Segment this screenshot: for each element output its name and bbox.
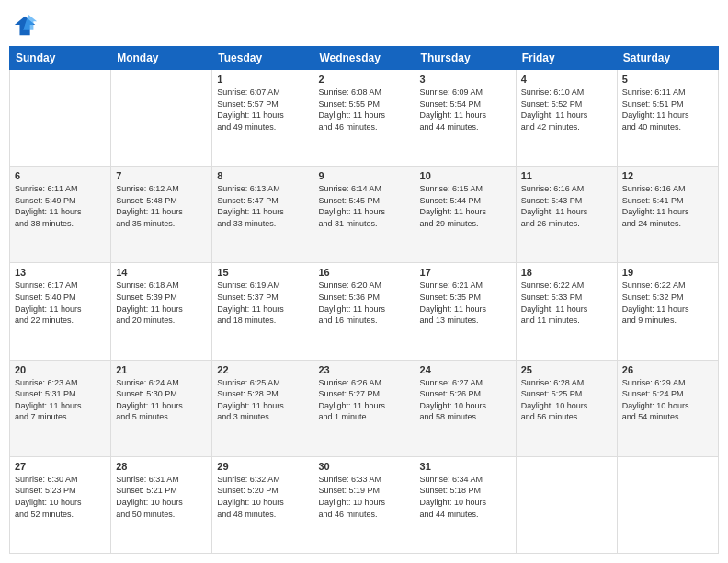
cell-line: and 1 minute. <box>318 411 409 423</box>
calendar-cell: 23Sunrise: 6:26 AMSunset: 5:27 PMDayligh… <box>313 360 415 456</box>
weekday-header-cell: Friday <box>516 47 617 70</box>
cell-line: Sunset: 5:19 PM <box>318 485 409 497</box>
cell-line: and 5 minutes. <box>116 411 207 423</box>
cell-line: and 31 minutes. <box>318 218 409 230</box>
cell-line: Daylight: 10 hours <box>318 497 409 509</box>
cell-content: Sunrise: 6:32 AMSunset: 5:20 PMDaylight:… <box>217 474 308 520</box>
calendar-cell: 21Sunrise: 6:24 AMSunset: 5:30 PMDayligh… <box>111 360 212 456</box>
cell-content: Sunrise: 6:24 AMSunset: 5:30 PMDaylight:… <box>116 377 207 423</box>
calendar-cell: 1Sunrise: 6:07 AMSunset: 5:57 PMDaylight… <box>212 70 313 167</box>
cell-content: Sunrise: 6:15 AMSunset: 5:44 PMDaylight:… <box>420 183 511 229</box>
calendar-cell: 5Sunrise: 6:11 AMSunset: 5:51 PMDaylight… <box>617 70 718 167</box>
calendar-week-row: 6Sunrise: 6:11 AMSunset: 5:49 PMDaylight… <box>10 167 719 263</box>
cell-line: Sunset: 5:23 PM <box>15 485 106 497</box>
cell-line: Daylight: 11 hours <box>420 206 511 218</box>
cell-line: Sunrise: 6:16 AM <box>521 183 612 195</box>
calendar-cell: 9Sunrise: 6:14 AMSunset: 5:45 PMDaylight… <box>313 167 415 263</box>
cell-line: Sunrise: 6:07 AM <box>217 86 308 98</box>
cell-line: Sunset: 5:40 PM <box>15 292 106 304</box>
calendar-cell: 17Sunrise: 6:21 AMSunset: 5:35 PMDayligh… <box>415 263 516 360</box>
cell-line: and 33 minutes. <box>217 218 308 230</box>
cell-content: Sunrise: 6:28 AMSunset: 5:25 PMDaylight:… <box>521 377 612 423</box>
day-number: 22 <box>217 364 308 375</box>
cell-line: Daylight: 10 hours <box>521 400 612 412</box>
calendar-cell <box>516 456 617 553</box>
day-number: 20 <box>15 364 106 375</box>
cell-line: Daylight: 11 hours <box>116 400 207 412</box>
day-number: 14 <box>116 267 207 278</box>
day-number: 1 <box>217 74 308 85</box>
cell-line: and 46 minutes. <box>318 509 409 521</box>
cell-line: Sunset: 5:27 PM <box>318 388 409 400</box>
calendar-cell: 20Sunrise: 6:23 AMSunset: 5:31 PMDayligh… <box>10 360 111 456</box>
weekday-header-cell: Wednesday <box>313 47 415 70</box>
cell-line: Sunrise: 6:15 AM <box>420 183 511 195</box>
cell-line: Sunset: 5:20 PM <box>217 485 308 497</box>
day-number: 30 <box>318 461 409 472</box>
cell-line: Sunrise: 6:11 AM <box>622 86 713 98</box>
cell-line: Sunrise: 6:21 AM <box>420 280 511 292</box>
cell-line: and 24 minutes. <box>622 218 713 230</box>
calendar-body: 1Sunrise: 6:07 AMSunset: 5:57 PMDaylight… <box>10 70 719 554</box>
cell-content: Sunrise: 6:30 AMSunset: 5:23 PMDaylight:… <box>15 474 106 520</box>
cell-line: and 7 minutes. <box>15 411 106 423</box>
cell-line: Daylight: 10 hours <box>420 400 511 412</box>
day-number: 3 <box>420 74 511 85</box>
cell-line: Sunrise: 6:22 AM <box>622 280 713 292</box>
cell-line: Sunrise: 6:14 AM <box>318 183 409 195</box>
cell-line: Daylight: 10 hours <box>622 400 713 412</box>
calendar-cell: 29Sunrise: 6:32 AMSunset: 5:20 PMDayligh… <box>212 456 313 553</box>
cell-content: Sunrise: 6:19 AMSunset: 5:37 PMDaylight:… <box>217 280 308 326</box>
calendar-cell: 8Sunrise: 6:13 AMSunset: 5:47 PMDaylight… <box>212 167 313 263</box>
cell-line: and 44 minutes. <box>420 509 511 521</box>
day-number: 9 <box>318 170 409 181</box>
cell-content: Sunrise: 6:17 AMSunset: 5:40 PMDaylight:… <box>15 280 106 326</box>
cell-line: Sunset: 5:47 PM <box>217 195 308 207</box>
day-number: 27 <box>15 461 106 472</box>
day-number: 28 <box>116 461 207 472</box>
weekday-header-cell: Sunday <box>10 47 111 70</box>
cell-line: Sunset: 5:52 PM <box>521 98 612 110</box>
cell-line: Daylight: 11 hours <box>521 304 612 316</box>
cell-line: Daylight: 11 hours <box>521 206 612 218</box>
calendar-cell: 22Sunrise: 6:25 AMSunset: 5:28 PMDayligh… <box>212 360 313 456</box>
calendar-cell <box>111 70 212 167</box>
cell-line: and 18 minutes. <box>217 315 308 327</box>
cell-line: and 22 minutes. <box>15 315 106 327</box>
cell-line: and 38 minutes. <box>15 218 106 230</box>
cell-line: Sunrise: 6:08 AM <box>318 86 409 98</box>
cell-line: Daylight: 10 hours <box>116 497 207 509</box>
logo <box>13 13 40 39</box>
page: SundayMondayTuesdayWednesdayThursdayFrid… <box>0 0 728 563</box>
cell-line: and 3 minutes. <box>217 411 308 423</box>
cell-line: Sunset: 5:51 PM <box>622 98 713 110</box>
cell-content: Sunrise: 6:22 AMSunset: 5:32 PMDaylight:… <box>622 280 713 326</box>
calendar-cell: 19Sunrise: 6:22 AMSunset: 5:32 PMDayligh… <box>617 263 718 360</box>
day-number: 23 <box>318 364 409 375</box>
cell-line: Sunset: 5:43 PM <box>521 195 612 207</box>
cell-line: Daylight: 11 hours <box>521 109 612 121</box>
calendar-cell: 2Sunrise: 6:08 AMSunset: 5:55 PMDaylight… <box>313 70 415 167</box>
day-number: 6 <box>15 170 106 181</box>
cell-line: Sunrise: 6:25 AM <box>217 377 308 389</box>
day-number: 31 <box>420 461 511 472</box>
cell-line: and 44 minutes. <box>420 121 511 133</box>
day-number: 17 <box>420 267 511 278</box>
cell-line: Sunset: 5:18 PM <box>420 485 511 497</box>
cell-line: Daylight: 11 hours <box>622 304 713 316</box>
cell-line: Sunset: 5:49 PM <box>15 195 106 207</box>
calendar-table: SundayMondayTuesdayWednesdayThursdayFrid… <box>9 46 719 554</box>
cell-line: and 16 minutes. <box>318 315 409 327</box>
weekday-header-cell: Saturday <box>617 47 718 70</box>
cell-line: Sunrise: 6:27 AM <box>420 377 511 389</box>
cell-line: Sunset: 5:36 PM <box>318 292 409 304</box>
cell-line: and 42 minutes. <box>521 121 612 133</box>
logo-icon <box>13 13 39 39</box>
cell-line: Sunset: 5:26 PM <box>420 388 511 400</box>
cell-content: Sunrise: 6:34 AMSunset: 5:18 PMDaylight:… <box>420 474 511 520</box>
day-number: 12 <box>622 170 713 181</box>
calendar-cell: 11Sunrise: 6:16 AMSunset: 5:43 PMDayligh… <box>516 167 617 263</box>
cell-line: Sunrise: 6:10 AM <box>521 86 612 98</box>
cell-line: Sunset: 5:48 PM <box>116 195 207 207</box>
calendar-week-row: 13Sunrise: 6:17 AMSunset: 5:40 PMDayligh… <box>10 263 719 360</box>
